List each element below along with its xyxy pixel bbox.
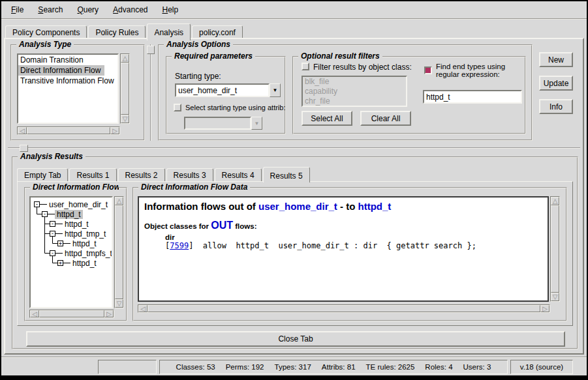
starting-type-value[interactable]	[175, 83, 270, 97]
rule-number-link[interactable]: 7599	[170, 241, 189, 250]
menu-file[interactable]: File	[4, 2, 31, 18]
scroll-down-icon[interactable]: ▽	[121, 115, 129, 123]
scroll-right-icon[interactable]: ▷	[540, 305, 549, 312]
list-item-selected[interactable]: Direct Information Flow	[18, 65, 104, 76]
regex-checkbox-label: Find end types using regular expression:	[436, 63, 522, 78]
tab-results-2[interactable]: Results 2	[118, 168, 165, 181]
required-parameters-title: Required parameters	[172, 51, 255, 61]
scroll-up-icon[interactable]: △	[551, 197, 559, 205]
tree-vscrollbar[interactable]: △ ▽	[114, 196, 124, 308]
flow-tree[interactable]: - user_home_dir_t - httpd_t - htt	[29, 196, 113, 308]
list-item[interactable]: Transitive Information Flow	[18, 76, 117, 86]
tab-results-4[interactable]: Results 4	[215, 168, 262, 181]
tab-policy-components[interactable]: Policy Components	[5, 25, 87, 39]
menu-query[interactable]: Query	[70, 2, 106, 18]
scrollbar-thumb[interactable]	[121, 63, 129, 115]
object-class-checkbox[interactable]	[302, 63, 309, 70]
analysis-type-vscrollbar[interactable]: △ ▽	[120, 53, 130, 124]
tree-node[interactable]: - user_home_dir_t	[34, 199, 110, 209]
new-button[interactable]: New	[539, 52, 573, 67]
regex-checkbox[interactable]	[424, 66, 432, 74]
tab-results-3[interactable]: Results 3	[166, 168, 213, 181]
menu-advanced[interactable]: Advanced	[106, 2, 155, 18]
flow-data-vscrollbar[interactable]: △ ▽	[550, 196, 560, 302]
results-panel: Direct Information Flow Tree - user_home…	[17, 181, 573, 326]
scroll-up-icon[interactable]: △	[121, 54, 129, 63]
horizontal-sash[interactable]	[8, 147, 580, 149]
attrib-combobox-value[interactable]	[184, 117, 251, 130]
tree-node-label[interactable]: httpd_tmp_t	[63, 229, 108, 239]
scrollbar-thumb[interactable]	[115, 205, 123, 299]
tree-node-label[interactable]: user_home_dir_t	[47, 200, 110, 209]
collapse-icon[interactable]: -	[34, 201, 40, 207]
tree-node[interactable]: - httpd_t	[50, 219, 91, 229]
flow-data-hscrollbar[interactable]: ◁ ▷	[138, 304, 550, 313]
select-all-button[interactable]: Select All	[302, 111, 352, 126]
scrollbar-thumb[interactable]	[27, 127, 110, 134]
collapse-icon[interactable]: -	[50, 231, 55, 237]
analysis-page: Analysis Type Domain Transition Direct I…	[4, 38, 584, 355]
tab-policy-rules[interactable]: Policy Rules	[88, 25, 146, 39]
close-tab-button[interactable]: Close Tab	[26, 331, 565, 347]
collapse-icon[interactable]: -	[50, 221, 55, 227]
tree-node-label-selected[interactable]: httpd_t	[55, 210, 83, 219]
tree-node-label[interactable]: httpd_t	[63, 220, 91, 229]
status-version: v.18 (source)	[510, 360, 573, 374]
tree-node-label[interactable]: httpd_t	[70, 259, 99, 268]
horizontal-sash-handle[interactable]	[20, 145, 28, 152]
expand-icon[interactable]: +	[57, 260, 63, 266]
tree-hscrollbar[interactable]: ◁ ▷	[29, 310, 114, 318]
tab-analysis[interactable]: Analysis	[147, 23, 191, 40]
stat-types: Types: 317	[275, 363, 311, 371]
starting-type-combobox[interactable]: ▼	[175, 83, 281, 97]
update-button[interactable]: Update	[539, 76, 573, 91]
analysis-type-hscrollbar[interactable]: ◁ ▷	[17, 126, 120, 135]
window-bottom-edge	[1, 375, 587, 379]
tree-node[interactable]: - httpd_tmpfs_t	[50, 248, 113, 258]
tree-node-label[interactable]: httpd_t	[70, 239, 99, 248]
stat-users: Users: 3	[463, 363, 491, 371]
scrollbar-thumb[interactable]	[147, 305, 540, 312]
menu-search[interactable]: Search	[31, 2, 70, 18]
scroll-left-icon[interactable]: ◁	[18, 127, 27, 134]
vertical-sash[interactable]	[150, 44, 151, 141]
chevron-down-icon[interactable]: ▼	[270, 83, 281, 97]
scrollbar-thumb[interactable]	[39, 310, 104, 317]
list-item[interactable]: Domain Transition	[18, 55, 117, 65]
list-item: capability	[303, 87, 406, 96]
scroll-right-icon[interactable]: ▷	[110, 127, 119, 134]
chevron-down-icon[interactable]: ▼	[251, 117, 262, 130]
tab-empty[interactable]: Empty Tab	[17, 168, 68, 181]
tree-node[interactable]: + httpd_t	[57, 239, 99, 248]
target-type: httpd_t	[358, 201, 392, 212]
analysis-type-list[interactable]: Domain Transition Direct Information Flo…	[17, 53, 119, 124]
status-stats: Classes: 53 Perms: 192 Types: 317 Attrib…	[159, 360, 508, 374]
tab-policy-conf[interactable]: policy.conf	[192, 25, 243, 39]
collapse-icon[interactable]: -	[50, 250, 55, 256]
scroll-right-icon[interactable]: ▷	[104, 310, 114, 317]
scroll-down-icon[interactable]: ▽	[115, 299, 123, 308]
clear-all-button[interactable]: Clear All	[360, 111, 411, 126]
menu-help[interactable]: Help	[155, 2, 185, 18]
tree-node[interactable]: - httpd_tmp_t	[50, 229, 108, 239]
scroll-down-icon[interactable]: ▽	[551, 293, 559, 301]
vertical-sash-handle[interactable]	[147, 46, 155, 54]
tree-line	[48, 214, 55, 214]
regex-input[interactable]	[423, 90, 522, 104]
info-button[interactable]: Info	[539, 99, 573, 114]
attrib-combobox[interactable]: ▼	[184, 117, 262, 130]
scroll-left-icon[interactable]: ◁	[138, 305, 147, 312]
tree-node[interactable]: - httpd_t	[42, 209, 83, 219]
scrollbar-thumb[interactable]	[551, 205, 559, 293]
scroll-left-icon[interactable]: ◁	[30, 310, 39, 317]
scroll-up-icon[interactable]: △	[115, 197, 123, 205]
tree-node[interactable]: + httpd_t	[57, 258, 99, 268]
attrib-checkbox[interactable]	[174, 104, 181, 111]
object-classes-heading: Object classes for OUT flows:	[144, 220, 542, 231]
tree-node-label[interactable]: httpd_tmpfs_t	[63, 249, 113, 258]
collapse-icon[interactable]: -	[42, 211, 48, 217]
tab-results-5[interactable]: Results 5	[263, 167, 310, 183]
flow-data-text[interactable]: Information flows out of user_home_dir_t…	[138, 196, 549, 302]
tab-results-1[interactable]: Results 1	[69, 168, 116, 181]
expand-icon[interactable]: +	[57, 241, 63, 246]
